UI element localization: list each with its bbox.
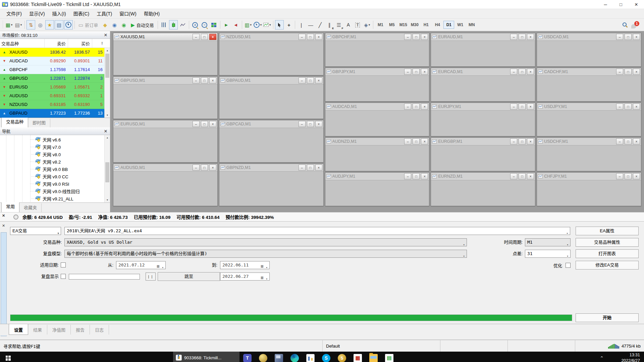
navigator-item[interactable]: 天网 v6.6	[0, 136, 105, 143]
chart-restore-button[interactable]: □	[413, 69, 420, 75]
timeframe-M15-button[interactable]: M15	[398, 21, 409, 29]
timeframe-M5-button[interactable]: M5	[386, 21, 397, 29]
chart-body[interactable]	[219, 84, 323, 119]
chart-restore-button[interactable]: □	[307, 34, 314, 40]
shapes-tool-button[interactable]: ◈▾	[363, 20, 371, 29]
terminal-close-icon[interactable]: ✕	[1, 214, 6, 218]
chart-window-AUDNZD-M1[interactable]: AUDNZD,M1 – □ ×	[325, 137, 430, 171]
terminal-toggle-icon[interactable]: ▧	[55, 20, 63, 29]
chart-body[interactable]	[325, 145, 429, 171]
chart-body[interactable]	[325, 180, 429, 206]
use-date-checkbox[interactable]	[61, 262, 66, 267]
navigator-scrollbar[interactable]: ▴ ▾	[104, 135, 110, 202]
cursor-tool-icon[interactable]	[275, 20, 284, 29]
market-watch-row-AUDUSD[interactable]: ▼AUDUSD 0.69331 0.69332 1	[0, 92, 105, 100]
market-watch-row-GBPUSD[interactable]: ▲GBPUSD 1.22871 1.22874 3	[0, 74, 105, 83]
chart-minimize-button[interactable]: –	[193, 165, 200, 171]
new-order-button[interactable]: ▭新订单	[76, 20, 100, 29]
scroll-up-icon[interactable]: ▴	[105, 48, 110, 53]
navigator-item[interactable]: 天网 v9.21_ALL	[0, 195, 105, 202]
chart-close-button[interactable]: ×	[209, 121, 216, 127]
taskbar-icon-mt5[interactable]: 5	[334, 352, 350, 362]
menu-item[interactable]: 图表(C)	[70, 10, 93, 18]
market-watch-row-AUDCAD[interactable]: ▼AUDCAD 0.89290 0.89301 11	[0, 57, 105, 65]
chart-window-EURGBP-M1[interactable]: EURGBP,M1 – □ ×	[431, 137, 535, 171]
chart-minimize-button[interactable]: –	[299, 77, 306, 83]
taskbar-icon-teams[interactable]: T	[239, 352, 255, 362]
chart-body[interactable]	[113, 128, 217, 162]
chart-close-button[interactable]: ×	[315, 34, 322, 40]
chart-window-AUDCAD-M1[interactable]: AUDCAD,M1 – □ ×	[325, 103, 430, 136]
chart-window-AUDJPY-M1[interactable]: AUDJPY,M1 – □ ×	[325, 172, 430, 206]
chart-body[interactable]	[219, 41, 323, 75]
zoom-in-icon[interactable]: +	[191, 20, 200, 29]
zoom-out-icon[interactable]: −	[200, 20, 209, 29]
market-watch-close-icon[interactable]: ✕	[103, 33, 108, 38]
chart-minimize-button[interactable]: –	[510, 104, 517, 110]
navigator-tab[interactable]: 常用	[1, 202, 19, 212]
chart-window-USDCAD-M1[interactable]: USDCAD,M1 – □ ×	[537, 33, 641, 67]
horizontal-line-tool-icon[interactable]: —	[306, 20, 315, 29]
chart-body[interactable]	[113, 41, 217, 75]
chart-restore-button[interactable]: □	[519, 34, 526, 40]
chart-minimize-button[interactable]: –	[510, 69, 517, 75]
timeframe-W1-button[interactable]: W1	[455, 21, 466, 29]
chart-minimize-button[interactable]: –	[510, 173, 517, 179]
chart-restore-button[interactable]: □	[519, 173, 526, 179]
chart-restore-button[interactable]: □	[625, 173, 632, 179]
chart-window-titlebar[interactable]: AUDNZD,M1 – □ ×	[325, 138, 429, 145]
chart-minimize-button[interactable]: –	[616, 104, 623, 110]
navigator-item[interactable]: 天网 v9.0 CC	[0, 173, 105, 180]
indicators-button[interactable]: ▾	[263, 20, 271, 29]
equidistant-channel-tool-icon[interactable]: ∥E	[325, 20, 334, 29]
chart-body[interactable]	[431, 41, 535, 66]
market-watch-row-EURUSD[interactable]: ▼EURUSD 1.05669 1.05671 2	[0, 83, 105, 92]
chart-close-button[interactable]: ×	[527, 69, 534, 75]
chart-close-button[interactable]: ×	[527, 34, 534, 40]
tester-mode-select[interactable]: EA交易▾	[10, 227, 61, 235]
chart-window-titlebar[interactable]: GBPAUD,M1 – □ ×	[219, 77, 323, 84]
chart-close-button[interactable]: ×	[209, 165, 216, 171]
chart-minimize-button[interactable]: –	[616, 173, 623, 179]
chart-body[interactable]	[431, 111, 535, 136]
navigator-item[interactable]: 天网 v7.0	[0, 143, 105, 150]
chart-close-button[interactable]: ×	[315, 165, 322, 171]
navigator-item[interactable]: 天网 v9.0 RSI	[0, 180, 105, 187]
visual-mode-checkbox[interactable]	[61, 274, 66, 279]
taskbar-active-app[interactable]: 9033668: Tickmill...	[173, 352, 239, 362]
scroll-down-icon[interactable]: ▾	[105, 197, 110, 202]
chart-minimize-button[interactable]: –	[510, 138, 517, 144]
chart-window-titlebar[interactable]: GBPJPY,M1 – □ ×	[325, 68, 429, 76]
start-button[interactable]: 开始	[576, 313, 639, 322]
chart-window-titlebar[interactable]: EURNZD,M1 – □ ×	[431, 173, 535, 180]
chart-window-EURJPY-M1[interactable]: EURJPY,M1 – □ ×	[431, 103, 535, 136]
chart-minimize-button[interactable]: –	[510, 34, 517, 40]
data-window-icon[interactable]: ◎	[36, 20, 45, 29]
chart-window-CHFJPY-M1[interactable]: CHFJPY,M1 – □ ×	[537, 172, 641, 206]
chart-minimize-button[interactable]: –	[193, 77, 200, 83]
taskbar-icon-green-doc[interactable]: ▤	[381, 352, 397, 362]
symbol-properties-button[interactable]: 交易品种属性	[576, 238, 639, 247]
chart-minimize-button[interactable]: –	[404, 173, 411, 179]
chart-restore-button[interactable]: □	[625, 104, 632, 110]
chart-restore-button[interactable]: □	[413, 173, 420, 179]
candlestick-mode-icon[interactable]	[169, 20, 178, 29]
chart-restore-button[interactable]: □	[413, 138, 420, 144]
notifications-icon[interactable]: 1	[631, 21, 639, 28]
auto-scroll-icon[interactable]: ▶	[222, 20, 231, 29]
chart-close-button[interactable]: ×	[527, 104, 534, 110]
chart-restore-button[interactable]: □	[413, 34, 420, 40]
chart-body[interactable]	[431, 76, 535, 101]
fibonacci-tool-icon[interactable]: ☰F	[334, 20, 343, 29]
modify-ea-button[interactable]: 修改EA交易	[576, 261, 639, 269]
chart-window-EURNZD-M1[interactable]: EURNZD,M1 – □ ×	[431, 172, 535, 206]
periods-button[interactable]: ▾	[253, 20, 262, 29]
chart-body[interactable]	[431, 145, 535, 171]
chart-window-USDCHF-M1[interactable]: USDCHF,M1 – □ ×	[537, 137, 641, 171]
chart-close-button[interactable]: ×	[209, 34, 216, 40]
tester-tab[interactable]: 设置	[9, 324, 28, 335]
news-icon[interactable]: ◉	[119, 20, 128, 29]
text-label-tool-icon[interactable]: T	[353, 20, 362, 29]
timeframe-D1-button[interactable]: D1	[443, 21, 454, 29]
tray-chevron-icon[interactable]: ⌃	[596, 352, 608, 362]
